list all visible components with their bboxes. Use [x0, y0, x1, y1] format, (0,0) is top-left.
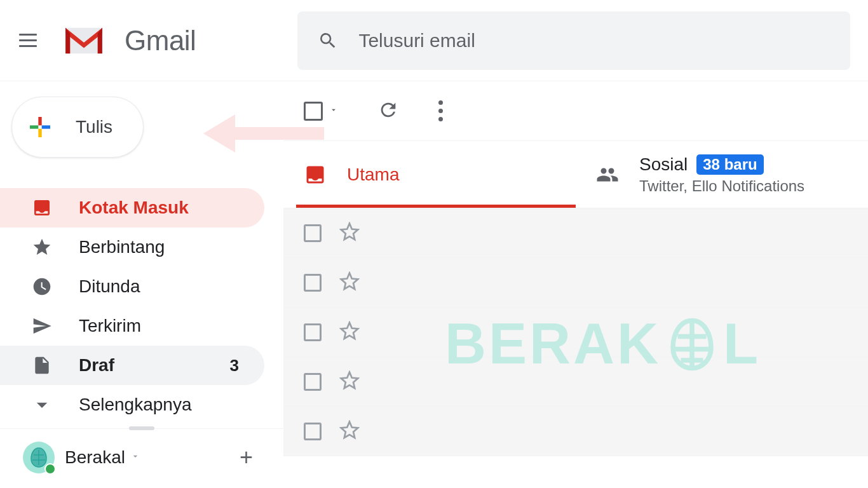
tab-subtitle: Twitter, Ello Notifications	[639, 177, 804, 195]
search-bar[interactable]	[297, 11, 850, 70]
compose-label: Tulis	[76, 117, 112, 137]
star-button[interactable]	[339, 370, 360, 393]
category-tabs: Utama Sosial 38 baru Twitter, Ello Notif…	[283, 141, 868, 208]
search-input[interactable]	[358, 30, 830, 51]
people-icon	[596, 163, 619, 186]
hamburger-icon	[19, 34, 37, 47]
sidebar-item-sent[interactable]: Terkirim	[0, 306, 264, 346]
more-vert-icon	[438, 100, 443, 121]
logo-area[interactable]: Gmail	[61, 24, 196, 57]
tab-primary[interactable]: Utama	[283, 141, 576, 208]
email-checkbox[interactable]	[304, 323, 322, 341]
star-button[interactable]	[339, 271, 360, 294]
chevron-down-icon	[31, 393, 53, 416]
header: Gmail	[0, 0, 868, 81]
presence-indicator	[44, 463, 56, 475]
add-contact-button[interactable]: +	[240, 444, 253, 471]
toolbar	[283, 81, 868, 141]
email-row[interactable]	[283, 258, 868, 308]
refresh-button[interactable]	[377, 99, 399, 123]
nav-label: Terkirim	[79, 316, 141, 336]
email-checkbox[interactable]	[304, 423, 322, 440]
nav-list: Kotak Masuk Berbintang Ditunda Terkirim	[0, 188, 283, 424]
more-button[interactable]	[438, 100, 443, 121]
sidebar-item-snoozed[interactable]: Ditunda	[0, 267, 264, 306]
nav-count: 3	[230, 356, 239, 376]
star-icon	[31, 236, 53, 259]
drag-handle[interactable]	[129, 426, 154, 430]
clock-icon	[31, 275, 53, 298]
nav-label: Draf	[79, 355, 114, 376]
tab-social[interactable]: Sosial 38 baru Twitter, Ello Notificatio…	[576, 141, 868, 208]
inbox-icon	[304, 163, 327, 186]
star-button[interactable]	[339, 222, 360, 245]
checkbox-icon	[304, 102, 323, 121]
sidebar: Tulis Kotak Masuk Berbintang	[0, 81, 283, 488]
select-all-checkbox[interactable]	[304, 102, 338, 121]
main-menu-button[interactable]	[13, 25, 43, 56]
email-row[interactable]	[283, 308, 868, 357]
compose-button[interactable]: Tulis	[11, 97, 144, 158]
email-checkbox[interactable]	[304, 274, 322, 292]
dropdown-icon[interactable]	[130, 451, 140, 464]
nav-label: Ditunda	[79, 276, 140, 297]
search-icon	[318, 30, 338, 51]
nav-label: Berbintang	[79, 237, 165, 257]
file-icon	[31, 354, 53, 377]
gmail-logo-icon	[61, 24, 107, 57]
app-name: Gmail	[125, 25, 196, 57]
send-icon	[31, 315, 53, 337]
sidebar-item-starred[interactable]: Berbintang	[0, 227, 264, 267]
tab-label: Utama	[347, 165, 399, 185]
star-button[interactable]	[339, 420, 360, 443]
nav-label: Selengkapnya	[79, 395, 191, 415]
email-checkbox[interactable]	[304, 373, 322, 391]
email-row[interactable]	[283, 208, 868, 258]
hangouts-name: Berakal	[65, 447, 125, 468]
nav-label: Kotak Masuk	[79, 198, 189, 218]
email-list	[283, 208, 868, 456]
refresh-icon	[377, 99, 399, 121]
main-content: Utama Sosial 38 baru Twitter, Ello Notif…	[283, 81, 868, 488]
hangouts-area: Berakal +	[0, 428, 283, 473]
email-checkbox[interactable]	[304, 224, 322, 242]
dropdown-arrow-icon	[329, 105, 338, 117]
tab-label: Sosial	[639, 154, 688, 175]
avatar[interactable]	[23, 442, 55, 473]
new-badge: 38 baru	[696, 154, 763, 175]
sidebar-item-inbox[interactable]: Kotak Masuk	[0, 188, 264, 227]
plus-icon	[25, 112, 55, 142]
sidebar-item-more[interactable]: Selengkapnya	[0, 385, 264, 424]
inbox-icon	[31, 196, 53, 219]
sidebar-item-drafts[interactable]: Draf 3	[0, 346, 264, 385]
star-button[interactable]	[339, 321, 360, 344]
email-row[interactable]	[283, 407, 868, 456]
email-row[interactable]	[283, 357, 868, 407]
